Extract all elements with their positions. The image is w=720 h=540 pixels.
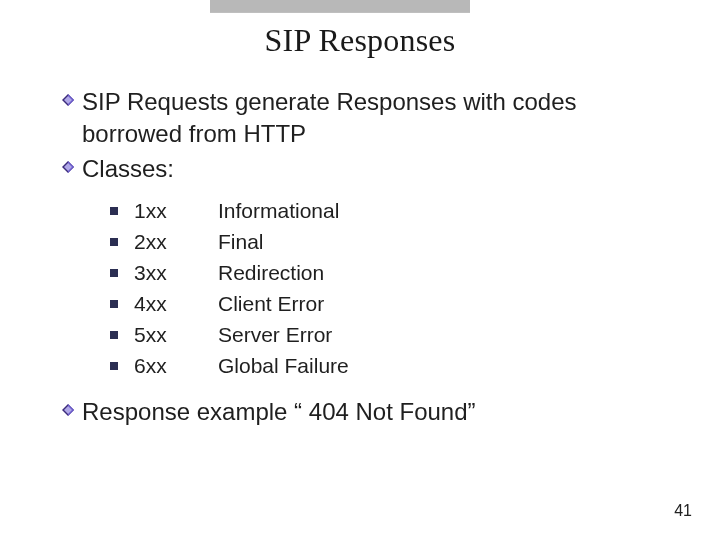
list-item: 1xx Informational	[110, 199, 680, 223]
square-bullet-icon	[110, 362, 118, 370]
list-item: 5xx Server Error	[110, 323, 680, 347]
bullet-item: Classes:	[62, 153, 680, 185]
class-desc: Redirection	[218, 261, 324, 285]
list-item: 6xx Global Failure	[110, 354, 680, 378]
page-number: 41	[674, 502, 692, 520]
bullet-text: Classes:	[82, 153, 174, 185]
square-bullet-icon	[110, 269, 118, 277]
sub-list: 1xx Informational 2xx Final 3xx Redirect…	[110, 199, 680, 378]
class-desc: Server Error	[218, 323, 332, 347]
slide-body: SIP Requests generate Responses with cod…	[62, 86, 680, 431]
slide-title: SIP Responses	[0, 22, 720, 59]
bullet-item: Response example “ 404 Not Found”	[62, 396, 680, 428]
class-code: 6xx	[134, 354, 218, 378]
square-bullet-icon	[110, 300, 118, 308]
class-code: 5xx	[134, 323, 218, 347]
bullet-item: SIP Requests generate Responses with cod…	[62, 86, 680, 151]
class-desc: Global Failure	[218, 354, 349, 378]
top-bar-decoration	[210, 0, 470, 12]
slide: SIP Responses SIP Requests generate Resp…	[0, 0, 720, 540]
list-item: 4xx Client Error	[110, 292, 680, 316]
list-item: 3xx Redirection	[110, 261, 680, 285]
bullet-text: SIP Requests generate Responses with cod…	[82, 86, 680, 151]
class-code: 4xx	[134, 292, 218, 316]
square-bullet-icon	[110, 207, 118, 215]
class-desc: Client Error	[218, 292, 324, 316]
class-code: 1xx	[134, 199, 218, 223]
diamond-bullet-icon	[62, 94, 74, 106]
square-bullet-icon	[110, 331, 118, 339]
list-item: 2xx Final	[110, 230, 680, 254]
square-bullet-icon	[110, 238, 118, 246]
diamond-bullet-icon	[62, 404, 74, 416]
class-desc: Informational	[218, 199, 339, 223]
class-code: 2xx	[134, 230, 218, 254]
bullet-text: Response example “ 404 Not Found”	[82, 396, 476, 428]
class-code: 3xx	[134, 261, 218, 285]
class-desc: Final	[218, 230, 264, 254]
diamond-bullet-icon	[62, 161, 74, 173]
